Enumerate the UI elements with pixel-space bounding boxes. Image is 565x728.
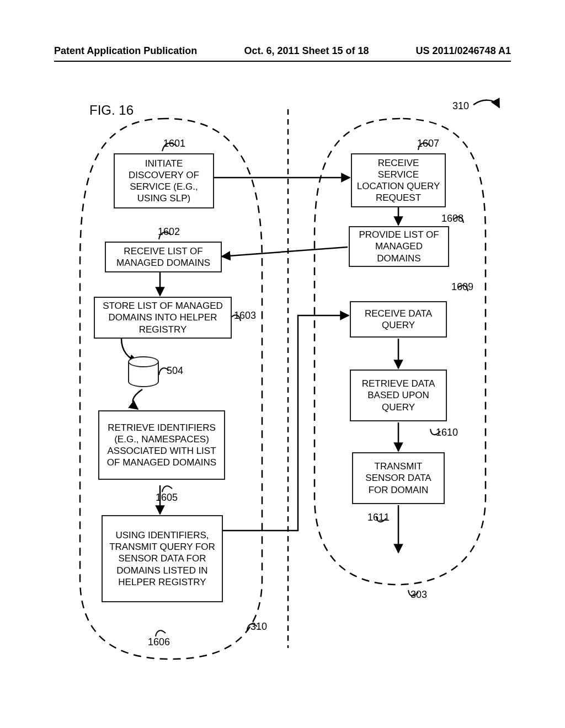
box-transmit-query: USING IDENTIFIERS, TRANSMIT QUERY FOR SE… — [102, 515, 223, 602]
ref-504: 504 — [167, 365, 183, 377]
ref-1601: 1601 — [163, 138, 185, 149]
ref-1610: 1610 — [436, 427, 458, 438]
box-text: RETRIEVE DATA BASED UPON QUERY — [355, 378, 441, 413]
box-store-list-registry: STORE LIST OF MANAGED DOMAINS INTO HELPE… — [94, 297, 232, 339]
box-receive-service-location-query: RECEIVE SERVICE LOCATION QUERY REQUEST — [351, 153, 446, 207]
box-retrieve-identifiers: RETRIEVE IDENTIFIERS (E.G., NAMESPACES) … — [98, 410, 225, 480]
ref-1606: 1606 — [148, 636, 170, 648]
ref-1607: 1607 — [417, 138, 439, 149]
box-retrieve-data: RETRIEVE DATA BASED UPON QUERY — [350, 370, 447, 421]
box-provide-list-domains: PROVIDE LIST OF MANAGED DOMAINS — [349, 226, 449, 267]
box-receive-data-query: RECEIVE DATA QUERY — [350, 301, 447, 338]
db-icon — [128, 356, 159, 386]
figure-label: FIG. 16 — [89, 103, 134, 118]
box-text: RECEIVE SERVICE LOCATION QUERY REQUEST — [356, 157, 440, 204]
box-text: RECEIVE LIST OF MANAGED DOMAINS — [110, 245, 216, 269]
ref-310-top: 310 — [452, 100, 469, 112]
ref-1603: 1603 — [234, 310, 256, 322]
page: Patent Application Publication Oct. 6, 2… — [0, 0, 565, 728]
ref-303: 303 — [411, 589, 427, 601]
box-text: USING IDENTIFIERS, TRANSMIT QUERY FOR SE… — [107, 529, 217, 588]
box-text: STORE LIST OF MANAGED DOMAINS INTO HELPE… — [99, 300, 226, 335]
ref-1608: 1608 — [441, 213, 463, 224]
diagram-svg — [0, 0, 565, 728]
svg-line-3 — [222, 247, 348, 256]
box-text: RETRIEVE IDENTIFIERS (E.G., NAMESPACES) … — [104, 422, 220, 469]
ref-1611: 1611 — [367, 512, 390, 523]
box-text: PROVIDE LIST OF MANAGED DOMAINS — [354, 229, 444, 264]
box-receive-list-domains: RECEIVE LIST OF MANAGED DOMAINS — [105, 242, 222, 272]
box-text: RECEIVE DATA QUERY — [355, 308, 441, 331]
ref-1609: 1609 — [451, 281, 473, 293]
ref-310-bottom: 310 — [250, 621, 267, 633]
box-text: TRANSMIT SENSOR DATA FOR DOMAIN — [358, 461, 439, 496]
box-text: INITIATE DISCOVERY OF SERVICE (E.G., USI… — [119, 158, 209, 205]
box-transmit-sensor-data: TRANSMIT SENSOR DATA FOR DOMAIN — [352, 452, 445, 504]
ref-1602: 1602 — [158, 226, 180, 238]
box-initiate-discovery: INITIATE DISCOVERY OF SERVICE (E.G., USI… — [114, 153, 214, 208]
ref-1605: 1605 — [156, 492, 178, 504]
